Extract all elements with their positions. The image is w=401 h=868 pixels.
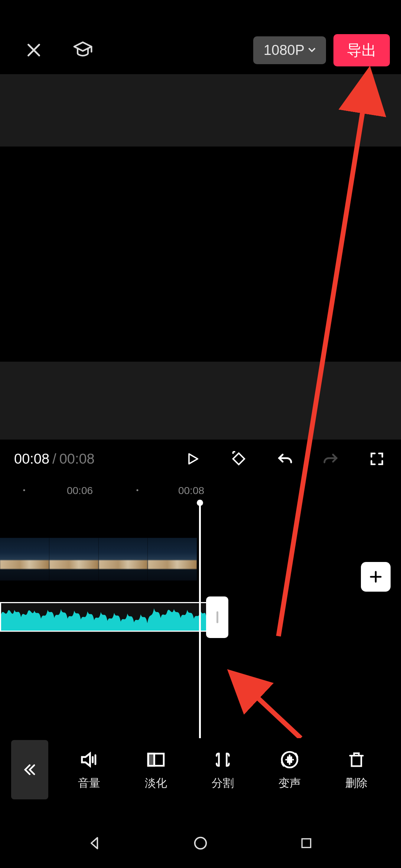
voicechange-icon <box>279 749 300 770</box>
preview-letterbox-bottom <box>0 362 401 440</box>
ruler-label: 00:06 <box>67 485 93 497</box>
svg-point-5 <box>195 837 206 849</box>
delete-icon <box>346 749 367 770</box>
timeline[interactable]: 00:06 00:08 <box>0 480 401 746</box>
total-duration: 00:08 <box>59 451 95 467</box>
tool-label: 删除 <box>345 776 368 791</box>
playhead[interactable] <box>199 503 201 739</box>
plus-icon <box>368 569 383 584</box>
playback-bar: 00:08 / 00:08 <box>0 442 401 476</box>
tool-label: 音量 <box>78 776 100 791</box>
top-bar: 1080P 导出 <box>0 32 401 69</box>
export-button[interactable]: 导出 <box>333 34 390 66</box>
undo-icon[interactable] <box>276 450 293 467</box>
timeline-ruler: 00:06 00:08 <box>0 485 401 497</box>
play-icon[interactable] <box>184 450 201 467</box>
tool-volume[interactable]: 音量 <box>63 749 115 791</box>
tutorial-icon[interactable] <box>71 39 94 62</box>
time-separator: / <box>52 451 56 467</box>
audio-clip-handle[interactable] <box>206 596 228 638</box>
svg-rect-6 <box>302 839 310 847</box>
tool-fade[interactable]: 淡化 <box>130 749 182 791</box>
fade-icon <box>145 749 167 770</box>
resolution-selector[interactable]: 1080P <box>253 36 326 64</box>
keyframe-icon[interactable] <box>230 450 247 467</box>
nav-recent-icon[interactable] <box>295 832 317 854</box>
nav-back-icon[interactable] <box>84 832 106 854</box>
current-time: 00:08 <box>14 451 49 467</box>
preview-letterbox-top <box>0 74 401 147</box>
ruler-label: 00:08 <box>178 485 204 497</box>
tool-delete[interactable]: 删除 <box>330 749 382 791</box>
volume-icon <box>78 749 100 770</box>
nav-home-icon[interactable] <box>189 832 212 854</box>
redo-icon <box>322 450 339 467</box>
tool-voicechange[interactable]: 变声 <box>264 749 316 791</box>
svg-rect-3 <box>148 753 154 766</box>
export-label: 导出 <box>347 42 376 58</box>
toolbar-back-button[interactable] <box>11 740 48 799</box>
video-track[interactable] <box>0 538 197 581</box>
tool-label: 淡化 <box>145 776 167 791</box>
tool-label: 变声 <box>278 776 301 791</box>
chevron-down-icon <box>308 47 316 53</box>
add-clip-button[interactable] <box>361 562 391 592</box>
chevrons-left-icon <box>22 762 38 777</box>
system-nav-bar <box>0 818 401 868</box>
audio-track[interactable] <box>0 602 206 632</box>
fullscreen-icon[interactable] <box>368 450 385 467</box>
tool-split[interactable]: 分割 <box>197 749 249 791</box>
close-icon[interactable] <box>22 39 45 62</box>
resolution-label: 1080P <box>264 42 304 58</box>
toolbar: 音量 淡化 分割 变声 删除 <box>0 738 401 801</box>
split-icon <box>212 749 234 770</box>
time-display: 00:08 / 00:08 <box>0 451 95 467</box>
tool-label: 分割 <box>212 776 234 791</box>
video-preview[interactable] <box>0 147 401 362</box>
